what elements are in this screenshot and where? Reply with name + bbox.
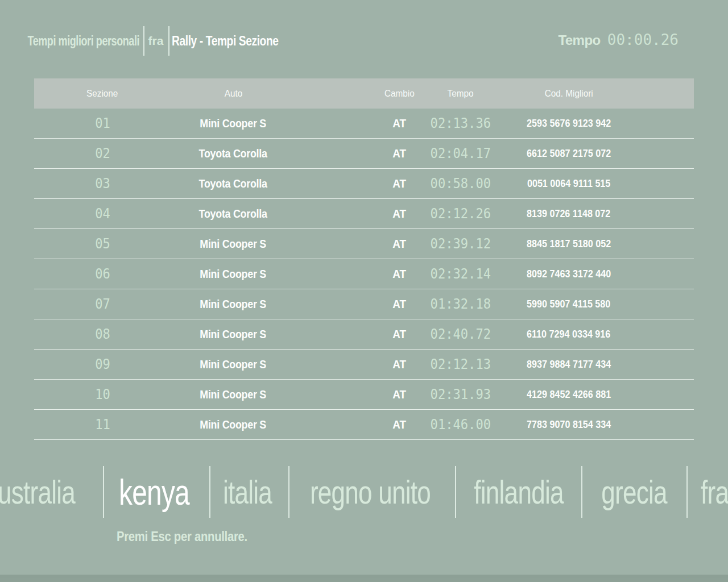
section-time-cell: 02:13.36: [398, 109, 523, 138]
header-divider: [168, 26, 169, 56]
section-time-cell: 01:32.18: [398, 289, 523, 319]
table-row: 02 Toyota Corolla AT 02:04.17 6612 5087 …: [34, 139, 694, 169]
section-time: 02:12.26: [431, 206, 491, 222]
carousel-divider: [103, 466, 104, 518]
section-time: 00:58.00: [431, 176, 491, 192]
section-time: 02:12.13: [431, 356, 491, 372]
table-row: 08 Mini Cooper S AT 02:40.72 6110 7294 0…: [34, 319, 694, 350]
country-label: regno unito: [310, 473, 431, 511]
best-code-cell: 0051 0064 9111 515: [512, 169, 626, 198]
car-name: Mini Cooper S: [200, 297, 267, 311]
car-name-cell: Toyota Corolla: [171, 139, 296, 168]
section-number: 02: [95, 146, 110, 161]
car-name-cell: Mini Cooper S: [171, 229, 296, 259]
country-label: italia: [223, 473, 272, 511]
car-name: Toyota Corolla: [199, 147, 267, 160]
section-number-cell: 09: [34, 350, 171, 379]
car-name-cell: Mini Cooper S: [171, 319, 296, 349]
section-time-cell: 01:46.00: [398, 410, 523, 439]
table-row: 01 Mini Cooper S AT 02:13.36 2593 5676 9…: [34, 109, 694, 139]
best-code: 2593 5676 9123 942: [527, 117, 611, 130]
section-time-cell: 02:04.17: [398, 139, 523, 168]
column-header-auto: Auto: [171, 78, 296, 109]
country-item-finlandia[interactable]: finlandia: [460, 465, 577, 519]
table-body: 01 Mini Cooper S AT 02:13.36 2593 5676 9…: [34, 109, 694, 440]
carousel-divider: [581, 466, 582, 518]
best-code: 7783 9070 8154 334: [527, 418, 611, 431]
country-item-regno-unito[interactable]: regno unito: [291, 465, 449, 519]
country-label: finlandia: [474, 473, 563, 511]
section-number-cell: 01: [34, 109, 171, 138]
table-row: 07 Mini Cooper S AT 01:32.18 5990 5907 4…: [34, 289, 694, 319]
section-number: 10: [95, 386, 110, 402]
car-name: Mini Cooper S: [200, 267, 267, 281]
section-time-cell: 02:39.12: [398, 229, 523, 259]
section-number-cell: 11: [34, 410, 171, 439]
section-number-cell: 05: [34, 229, 171, 259]
section-number-cell: 04: [34, 199, 171, 228]
country-label: grecia: [601, 473, 667, 511]
section-time: 02:39.12: [431, 236, 491, 252]
car-name-cell: Mini Cooper S: [171, 289, 296, 319]
best-code: 4129 8452 4266 881: [527, 388, 611, 401]
country-item-fra[interactable]: fra: [701, 465, 728, 519]
country-label: fra: [701, 473, 728, 511]
section-number: 08: [95, 326, 110, 342]
best-code-cell: 6612 5087 2175 072: [512, 139, 626, 168]
column-header-cod-migliori: Cod. Migliori: [512, 78, 626, 109]
section-number: 06: [95, 266, 110, 282]
carousel-divider: [209, 466, 210, 518]
country-item-ustralia[interactable]: ustralia: [0, 465, 100, 519]
best-code-cell: 8092 7463 3172 440: [512, 259, 626, 289]
section-time: 02:40.72: [431, 326, 491, 342]
section-time: 02:13.36: [431, 115, 491, 131]
best-code: 6110 7294 0334 916: [527, 328, 610, 340]
car-name-cell: Mini Cooper S: [171, 109, 296, 138]
section-time-cell: 00:58.00: [398, 169, 523, 198]
section-time-cell: 02:32.14: [398, 259, 523, 289]
section-time: 01:46.00: [431, 417, 491, 433]
section-time: 02:32.14: [431, 266, 491, 282]
best-code: 8092 7463 3172 440: [527, 268, 611, 280]
timer-label: Tempo: [558, 32, 600, 48]
best-code: 8937 9884 7177 434: [527, 358, 611, 371]
bottom-strip: [0, 575, 728, 582]
best-code-cell: 8139 0726 1148 072: [512, 199, 626, 228]
country-item-grecia[interactable]: grecia: [591, 465, 677, 519]
country-carousel: ustralia kenya italia regno unito finlan…: [0, 465, 728, 519]
table-row: 05 Mini Cooper S AT 02:39.12 8845 1817 5…: [34, 229, 694, 259]
carousel-divider: [288, 466, 289, 518]
best-code: 5990 5907 4115 580: [527, 298, 610, 310]
section-number-cell: 07: [34, 289, 171, 319]
car-name: Mini Cooper S: [200, 357, 267, 371]
header-mode-label: fra: [148, 34, 164, 48]
car-name-cell: Mini Cooper S: [171, 259, 296, 289]
section-number: 03: [95, 176, 110, 192]
carousel-divider: [686, 466, 688, 518]
table-row: 09 Mini Cooper S AT 02:12.13 8937 9884 7…: [34, 350, 694, 380]
section-time-cell: 02:12.13: [398, 350, 523, 379]
country-item-italia[interactable]: italia: [215, 465, 279, 519]
section-number-cell: 08: [34, 319, 171, 349]
car-name: Mini Cooper S: [200, 418, 267, 431]
best-code-cell: 2593 5676 9123 942: [512, 109, 626, 138]
country-item-kenya[interactable]: kenya: [107, 465, 200, 519]
section-time-cell: 02:40.72: [398, 319, 523, 349]
best-code-cell: 7783 9070 8154 334: [512, 410, 626, 439]
section-number: 11: [95, 417, 110, 433]
section-number: 04: [95, 206, 110, 222]
column-header-sezione: Sezione: [34, 78, 171, 109]
best-code-cell: 5990 5907 4115 580: [512, 289, 626, 319]
section-number: 09: [95, 356, 110, 372]
best-code-cell: 8845 1817 5180 052: [512, 229, 626, 259]
carousel-divider: [455, 466, 456, 518]
car-name-cell: Toyota Corolla: [171, 169, 296, 198]
section-number: 05: [95, 236, 110, 252]
section-number-cell: 06: [34, 259, 171, 289]
table-row: 10 Mini Cooper S AT 02:31.93 4129 8452 4…: [34, 380, 694, 410]
car-name: Toyota Corolla: [199, 177, 267, 190]
country-label: kenya: [119, 472, 189, 513]
section-time: 02:31.93: [431, 386, 491, 402]
section-time: 01:32.18: [431, 296, 491, 312]
best-code: 8845 1817 5180 052: [527, 238, 611, 250]
